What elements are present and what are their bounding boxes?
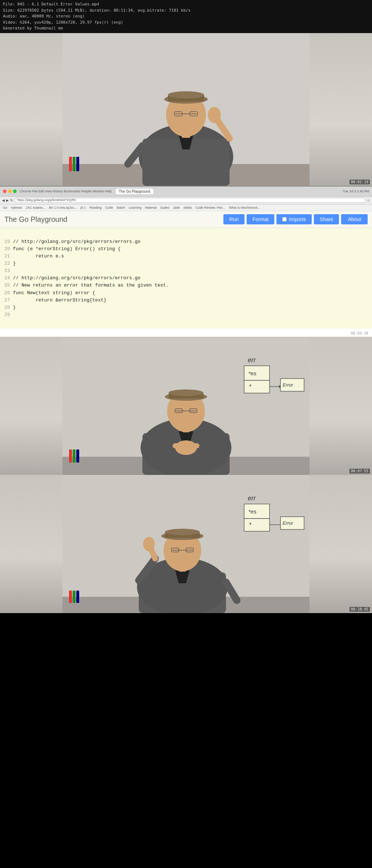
- scene4-panel: err *es * Error 00:10:45: [0, 475, 372, 613]
- run-button[interactable]: Run: [223, 214, 244, 224]
- file-info-bar: File: 045 - 6.1 Default Error Values.mp4…: [0, 0, 372, 33]
- timestamp-2: 00:04:38: [349, 331, 370, 336]
- bookmark-star[interactable]: ☆: [367, 199, 370, 202]
- clock: Tue Jul 3 2:40 PM: [343, 189, 369, 193]
- bookmark-2[interactable]: nytimes: [11, 206, 22, 209]
- chrome-minimize[interactable]: [8, 189, 12, 193]
- svg-point-64: [143, 537, 155, 551]
- svg-text:*es: *es: [248, 508, 256, 515]
- line-28: 28}: [4, 305, 16, 310]
- svg-rect-48: [69, 591, 72, 603]
- line-23: 23: [4, 268, 13, 273]
- about-button[interactable]: About: [341, 214, 368, 224]
- svg-rect-21: [69, 449, 72, 463]
- chrome-maximize[interactable]: [13, 189, 17, 193]
- line-25: 25// New returns an error that formats a…: [4, 283, 169, 288]
- presenter-figure-1: [62, 33, 310, 186]
- svg-point-31: [169, 389, 203, 396]
- svg-point-17: [208, 107, 221, 123]
- svg-rect-67: [244, 504, 270, 519]
- share-button[interactable]: Share: [314, 214, 339, 224]
- line-21: 21 return e.s: [4, 253, 64, 259]
- bookmark-10[interactable]: Material: [145, 206, 157, 209]
- scene3-panel: err *es * Error 00:07:55: [0, 337, 372, 475]
- address-bar: ◀ ▶ ↻ https://play.golang.org/p/bnW0d4TD…: [0, 197, 372, 205]
- file-info-line2: Size: 622970502 bytes (594.11 MiB), dura…: [3, 8, 369, 14]
- imports-checkbox[interactable]: [282, 217, 287, 221]
- svg-rect-70: [244, 519, 270, 531]
- line-27: 27 return &errorString{text}: [4, 297, 106, 303]
- timestamp-1: 00:01:19: [349, 180, 370, 184]
- nav-refresh[interactable]: ↻: [10, 199, 13, 202]
- svg-text:*: *: [249, 384, 251, 390]
- bookmark-14[interactable]: Code Review: Pen...: [195, 206, 225, 209]
- playground-buttons: Run Format Imports Share About: [223, 214, 368, 224]
- bookmark-13[interactable]: elinks: [183, 206, 192, 209]
- nav-forward[interactable]: ▶: [6, 199, 9, 202]
- svg-rect-41: [244, 380, 270, 393]
- nav-back[interactable]: ◀: [2, 199, 5, 202]
- line-22: 22}: [4, 261, 16, 266]
- playground-title: The Go Playground: [4, 215, 67, 224]
- scene1-panel: 00:01:19: [0, 33, 372, 186]
- timestamp-3: 00:07:55: [349, 469, 370, 473]
- svg-text:*es: *es: [248, 370, 256, 376]
- line-24: 24// http://golang.org/src/pkg/errors/er…: [4, 275, 141, 281]
- presenter-figure-4: err *es * Error: [62, 475, 310, 613]
- bookmark-8[interactable]: Batch: [117, 206, 125, 209]
- browser-chrome: Chrome File Edit View History Bookmarks …: [0, 187, 372, 197]
- svg-rect-50: [76, 591, 79, 603]
- line-19: 19// http://golang.org/src/pkg/errors/er…: [4, 239, 141, 244]
- svg-rect-49: [73, 591, 76, 603]
- bookmark-bar: Go nytimes JAC soares... Bn 1 0 omLog bu…: [0, 205, 372, 211]
- file-info-line1: File: 045 - 6.1 Default Error Values.mp4: [3, 1, 369, 8]
- tab-title: The Go Playground: [119, 189, 150, 193]
- svg-rect-4: [76, 157, 79, 171]
- timestamp-4: 00:10:45: [349, 607, 370, 612]
- svg-rect-23: [76, 449, 79, 463]
- line-26: 26func New(text string) error {: [4, 290, 95, 296]
- browser-name: Chrome File Edit View History Bookmarks …: [20, 189, 112, 193]
- url-text: https://play.golang.org/p/bnW0d4TDQR9: [17, 198, 76, 202]
- playground-header: The Go Playground Run Format Imports Sha…: [0, 211, 372, 228]
- line-20: 20func (e *errorString) Error() string {: [4, 246, 121, 252]
- bookmark-9[interactable]: Learning: [129, 206, 141, 209]
- line-29: 29: [4, 312, 13, 317]
- bookmark-7[interactable]: Code: [105, 206, 113, 209]
- svg-text:err: err: [248, 495, 256, 502]
- bookmark-15[interactable]: What is Mochimove...: [229, 206, 260, 209]
- bookmark-5[interactable]: pt 1: [80, 206, 86, 209]
- bookmark-6[interactable]: Reading: [89, 206, 102, 209]
- svg-point-58: [165, 529, 200, 535]
- imports-label: Imports: [289, 216, 306, 222]
- file-info-line4: Video: h264, yuv420p, 1280x720, 29.97 fp…: [3, 20, 369, 26]
- bookmark-12[interactable]: Jank: [173, 206, 180, 209]
- browser-panel: Chrome File Edit View History Bookmarks …: [0, 186, 372, 337]
- active-tab[interactable]: The Go Playground: [116, 189, 153, 194]
- code-editor[interactable]: 19// http://golang.org/src/pkg/errors/er…: [0, 228, 372, 329]
- file-info-line3: Audio: aac, 48000 Hz, stereo (eng): [3, 13, 369, 20]
- chrome-close[interactable]: [3, 189, 7, 193]
- svg-text:Error: Error: [283, 520, 294, 526]
- bookmark-1[interactable]: Go: [3, 206, 7, 209]
- svg-point-12: [168, 91, 204, 99]
- imports-button[interactable]: Imports: [276, 214, 312, 224]
- bookmark-3[interactable]: JAC soares...: [26, 206, 45, 209]
- svg-rect-38: [244, 366, 270, 380]
- svg-text:Error: Error: [283, 382, 294, 388]
- svg-text:*: *: [249, 522, 251, 528]
- svg-rect-2: [69, 157, 72, 171]
- presenter-figure-3: err *es * Error: [62, 337, 310, 475]
- url-bar[interactable]: https://play.golang.org/p/bnW0d4TDQR9: [15, 198, 365, 203]
- format-button[interactable]: Format: [247, 214, 274, 224]
- svg-rect-3: [73, 157, 76, 171]
- bookmark-11[interactable]: Suites: [160, 206, 169, 209]
- svg-rect-22: [73, 449, 76, 463]
- file-info-line5: Generated by Thumbnail me: [3, 25, 369, 32]
- svg-text:err: err: [248, 356, 256, 364]
- bookmark-4[interactable]: Bn 1 0 omLog bu...: [49, 206, 77, 209]
